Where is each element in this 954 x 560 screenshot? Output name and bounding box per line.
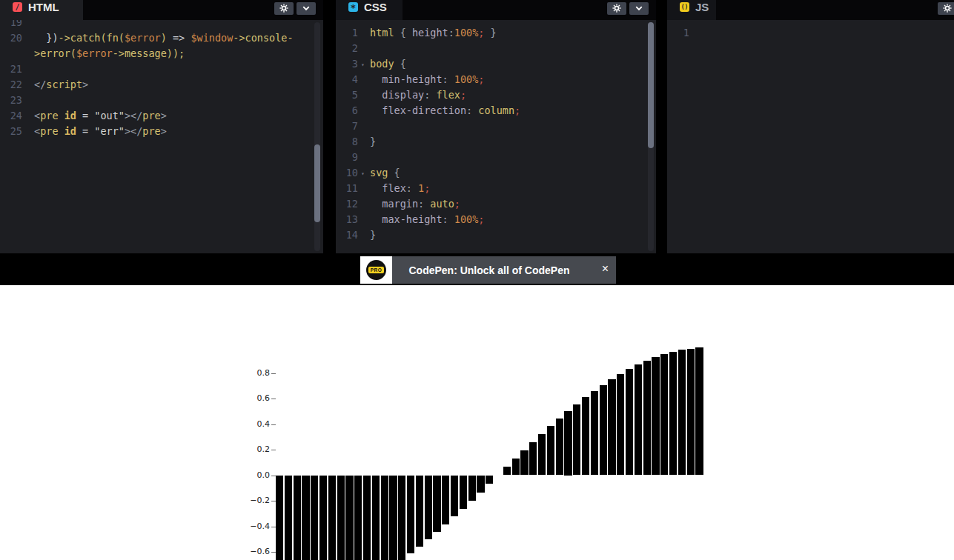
bar <box>643 361 651 476</box>
code-token: { <box>394 58 406 70</box>
y-axis-tick-label: 0.4 <box>233 419 270 429</box>
line-number: 1 <box>667 25 689 41</box>
bar <box>678 350 686 475</box>
bar <box>660 354 668 475</box>
banner-body: CodePen: Unlock all of CodePen × <box>392 256 616 284</box>
chevron-down-icon <box>635 2 643 16</box>
code-line: 20 })->catch(fn($error) => $window->cons… <box>0 30 323 46</box>
y-axis-tick-mark <box>271 373 276 374</box>
gear-icon <box>612 2 621 16</box>
code-text: min-height: 100%; <box>370 72 484 87</box>
code-text: })->catch(fn($error) => $window->console… <box>34 30 294 46</box>
code-text: </script> <box>34 77 88 93</box>
code-line: 1 <box>667 25 954 41</box>
js-panel-icon: () <box>680 2 689 12</box>
tab-js[interactable]: () JS <box>667 0 716 20</box>
code-line: 22</script> <box>0 77 323 93</box>
bar <box>363 476 371 560</box>
banner-text: CodePen: Unlock all of CodePen <box>392 256 586 284</box>
bar <box>608 379 615 476</box>
code-text: body { <box>370 56 406 72</box>
code-token: ) <box>161 32 173 44</box>
bar <box>529 442 537 476</box>
html-code-editor[interactable]: 1920 })->catch(fn($error) => $window->co… <box>0 20 323 253</box>
y-axis-tick-label: −0.4 <box>233 521 270 531</box>
line-number: 8 <box>336 134 358 150</box>
bar <box>302 476 309 560</box>
html-editor-scrollbar-thumb[interactable] <box>314 144 320 222</box>
code-line: 9 <box>336 150 656 165</box>
bar <box>669 352 677 476</box>
code-text: } <box>370 227 376 243</box>
code-token: 100% <box>454 73 479 85</box>
bar <box>503 467 511 475</box>
code-text: } <box>370 134 376 150</box>
code-token: height <box>412 27 448 39</box>
code-text: flex-direction: column; <box>370 103 520 119</box>
code-token: ; <box>460 89 466 101</box>
code-line: 25<pre id = "err"></pre> <box>0 124 323 139</box>
code-fold-caret[interactable]: ▾ <box>361 57 365 73</box>
css-panel-icon: * <box>348 2 358 12</box>
bar <box>451 476 458 516</box>
line-number: 2 <box>336 41 358 56</box>
bar <box>538 434 546 475</box>
line-number: 11 <box>336 181 358 196</box>
css-settings-button[interactable] <box>607 2 626 15</box>
code-fold-caret[interactable]: ▾ <box>361 166 365 181</box>
code-token: }) <box>34 32 59 44</box>
code-token: flex <box>370 182 406 194</box>
css-tab-bar: * CSS <box>336 0 656 20</box>
bar <box>389 476 397 560</box>
y-axis-tick-mark <box>271 450 276 450</box>
code-token: body <box>370 58 394 70</box>
code-token: $error <box>125 32 161 44</box>
code-token: : <box>466 104 478 116</box>
bar <box>617 374 624 476</box>
code-token: > <box>161 125 167 137</box>
bar <box>573 404 580 476</box>
code-line: 6 flex-direction: column; <box>336 103 656 119</box>
code-token: } <box>370 136 376 147</box>
bar <box>372 476 380 560</box>
js-settings-button[interactable] <box>938 2 954 15</box>
code-token: column <box>478 104 514 116</box>
bottom-band: PRO CodePen: Unlock all of CodePen × <box>0 253 954 285</box>
y-axis-tick-mark <box>271 399 276 399</box>
code-token: 100% <box>454 27 479 39</box>
html-collapse-button[interactable] <box>297 2 316 15</box>
y-axis-tick-label: 0.8 <box>233 368 270 378</box>
bar <box>328 476 336 560</box>
bar <box>285 476 292 560</box>
css-editor-scrollbar-thumb[interactable] <box>648 22 654 148</box>
code-token: </ <box>34 79 46 90</box>
bar <box>294 476 301 560</box>
bar <box>520 450 528 476</box>
html-settings-button[interactable] <box>274 2 294 15</box>
bar <box>591 391 598 476</box>
tab-html[interactable]: / HTML <box>0 0 83 20</box>
code-token: max-height <box>370 213 443 225</box>
css-collapse-button[interactable] <box>629 2 649 15</box>
code-token: )); <box>167 47 185 59</box>
code-token: pre <box>40 125 64 137</box>
bar <box>337 476 345 560</box>
code-token: ->catch(fn( <box>59 32 125 44</box>
close-icon[interactable]: × <box>602 262 609 276</box>
code-text: svg { <box>370 165 400 181</box>
code-token: 1 <box>418 182 424 194</box>
code-token: script <box>46 79 82 90</box>
code-line: 13 max-height: 100%; <box>336 212 656 227</box>
code-token: >error( <box>34 47 76 59</box>
y-axis-tick-mark <box>271 424 276 425</box>
code-line: 12 margin: auto; <box>336 196 656 212</box>
css-editor-panel: * CSS 1html { height:100%; }23▾body {4 m… <box>336 0 656 253</box>
code-token: pre <box>142 110 160 121</box>
tab-css[interactable]: * CSS <box>336 0 403 20</box>
css-code-editor[interactable]: 1html { height:100%; }23▾body {4 min-hei… <box>336 20 656 253</box>
codepen-pro-banner[interactable]: PRO CodePen: Unlock all of CodePen × <box>360 256 616 284</box>
line-number: 6 <box>336 103 358 119</box>
code-token: } <box>484 27 496 39</box>
js-code-editor[interactable]: 1 <box>667 20 954 253</box>
code-token: : <box>424 89 436 101</box>
